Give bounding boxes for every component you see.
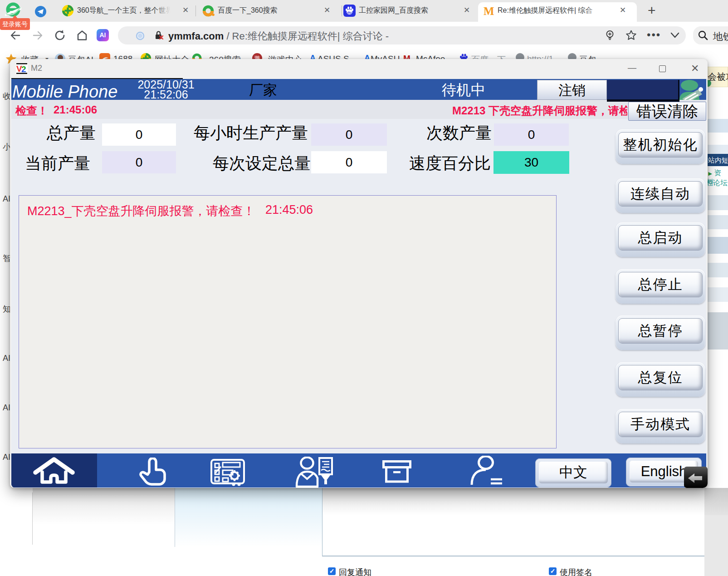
svg-text:du: du <box>347 10 352 15</box>
svg-text:2: 2 <box>21 64 26 74</box>
